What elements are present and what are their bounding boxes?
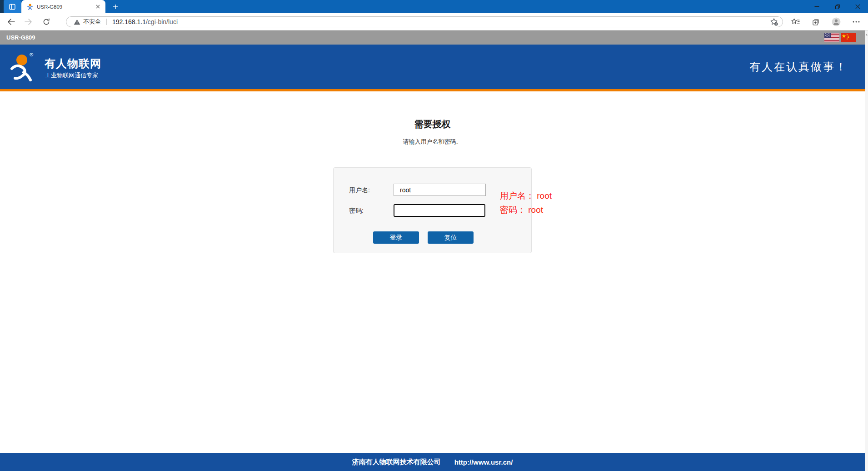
site-content: USR-G809 [0, 30, 865, 451]
favicon-icon [27, 4, 33, 10]
maximize-button[interactable] [827, 0, 848, 13]
page-title: 需要授权 [0, 91, 865, 129]
browser-tab[interactable]: USR-G809 [21, 0, 105, 13]
address-divider [106, 19, 107, 25]
scrollbar[interactable] [865, 30, 868, 471]
settings-menu-button[interactable] [850, 15, 863, 28]
top-device-bar: USR-G809 [0, 30, 865, 45]
collections-icon [812, 18, 820, 26]
tab-title: USR-G809 [37, 4, 94, 10]
close-icon [855, 4, 860, 9]
vertical-tabs-icon [9, 3, 16, 10]
svg-text:★: ★ [842, 33, 846, 39]
username-label: 用户名: [349, 186, 370, 195]
url-text: 192.168.1.1/cgi-bin/luci [112, 18, 178, 25]
back-icon [7, 19, 15, 25]
reset-button[interactable]: 复位 [428, 231, 474, 244]
refresh-icon [43, 18, 50, 25]
new-tab-button[interactable] [110, 2, 121, 12]
avatar-icon [832, 17, 841, 26]
annotation-line-1: 用户名： root [500, 189, 552, 203]
site-footer: 济南有人物联网技术有限公司 http://www.usr.cn/ [0, 453, 865, 471]
tab-close-button[interactable] [94, 3, 102, 11]
device-name: USR-G809 [6, 30, 35, 45]
security-label: 不安全 [83, 18, 101, 26]
favorites-icon [791, 18, 800, 25]
tab-strip: USR-G809 [0, 0, 868, 13]
tab-actions-button[interactable] [4, 0, 21, 13]
footer-website-link[interactable]: http://www.usr.cn/ [454, 458, 513, 466]
star-add-icon [770, 18, 778, 26]
favorites-button[interactable] [789, 15, 802, 28]
header-slogan: 有人在认真做事！ [749, 60, 848, 74]
url-host: 192.168.1.1 [112, 18, 146, 25]
browser-toolbar: 不安全 192.168.1.1/cgi-bin/luci [0, 13, 868, 30]
profile-button[interactable] [830, 15, 843, 28]
back-button[interactable] [5, 15, 17, 28]
footer-company: 济南有人物联网技术有限公司 [352, 458, 441, 466]
close-icon [96, 5, 100, 9]
password-label: 密码: [349, 207, 364, 215]
forward-button[interactable] [22, 15, 35, 28]
address-bar[interactable]: 不安全 192.168.1.1/cgi-bin/luci [66, 16, 783, 27]
language-switch: ★ ★ ★ ★ ★ [824, 33, 856, 42]
close-window-button[interactable] [848, 0, 868, 13]
refresh-button[interactable] [40, 15, 53, 28]
login-button[interactable]: 登录 [373, 231, 419, 244]
us-flag-icon[interactable] [824, 33, 839, 42]
add-favorite-button[interactable] [770, 18, 778, 26]
page-viewport: USR-G809 [0, 30, 868, 471]
site-header: ® 有人物联网 工业物联网通信专家 有人在认真做事！ [0, 45, 865, 91]
scroll-up-icon [866, 34, 868, 35]
window-edge [0, 0, 4, 13]
annotation-line-2: 密码： root [500, 203, 552, 217]
brand-name: 有人物联网 [45, 56, 101, 71]
login-page: 需要授权 请输入用户名和密码。 用户名: 密码: 登录 复位 [0, 91, 865, 451]
password-input[interactable] [394, 204, 485, 217]
minimize-icon [814, 4, 819, 9]
svg-text:★: ★ [846, 38, 848, 40]
security-badge[interactable]: 不安全 [74, 18, 101, 26]
minimize-button[interactable] [807, 0, 827, 13]
window-controls [807, 0, 868, 13]
page-subtitle: 请输入用户名和密码。 [0, 139, 865, 145]
collections-button[interactable] [809, 15, 822, 28]
cn-flag-icon[interactable]: ★ ★ ★ ★ ★ [841, 33, 856, 42]
url-path: /cgi-bin/luci [146, 18, 178, 25]
forward-icon [25, 19, 32, 25]
warning-icon [74, 19, 80, 25]
plus-icon [113, 4, 118, 10]
ellipsis-icon [853, 21, 860, 23]
credentials-annotation: 用户名： root 密码： root [500, 189, 552, 217]
restore-icon [835, 4, 840, 10]
brand-tagline: 工业物联网通信专家 [45, 71, 98, 80]
username-input[interactable] [394, 184, 486, 196]
usr-logo-icon: ® [10, 50, 37, 82]
registered-mark: ® [30, 52, 33, 57]
